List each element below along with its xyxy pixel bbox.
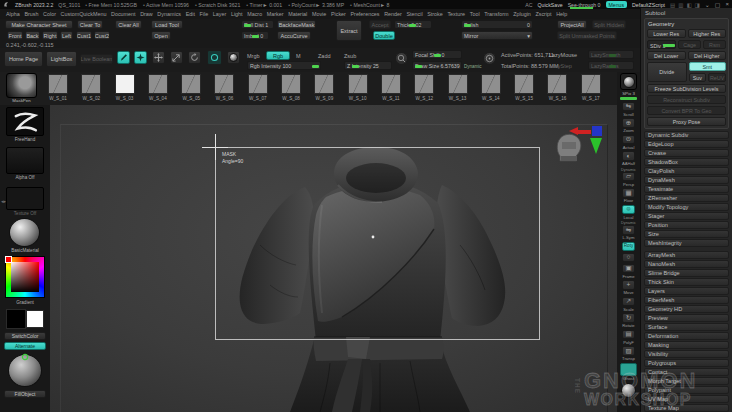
mesh-thumbnail[interactable]: W_S_12 bbox=[414, 74, 434, 101]
mesh-thumbnail[interactable]: W_S_11 bbox=[381, 74, 401, 101]
lower-res-button[interactable]: Lower Res bbox=[647, 29, 686, 38]
menu-item[interactable]: Render bbox=[384, 11, 402, 17]
mesh-thumbnail[interactable]: W_S_13 bbox=[448, 74, 468, 101]
alpha-selector[interactable] bbox=[6, 147, 44, 174]
shelf-tile-icon[interactable]: ⊕ bbox=[622, 118, 635, 128]
main-color-swatch[interactable] bbox=[6, 309, 26, 329]
menu-item[interactable]: Material bbox=[288, 11, 307, 17]
camera-head-icon[interactable] bbox=[555, 132, 583, 163]
lazyradius-slider[interactable]: LazyRadius bbox=[588, 61, 634, 70]
panel-section-button[interactable]: ZRemesher bbox=[644, 194, 729, 202]
menu-item[interactable]: Macro bbox=[247, 11, 262, 17]
shelf-tile-icon[interactable]: ⇆ bbox=[622, 102, 635, 112]
shelf-tile-icon[interactable]: + bbox=[622, 280, 635, 290]
mesh-thumbnail[interactable]: W_S_16 bbox=[547, 74, 567, 101]
gizmo-z-axis-icon[interactable] bbox=[592, 126, 602, 136]
panel-section-button[interactable]: Tessimate bbox=[644, 185, 729, 193]
panel-section-button[interactable]: Dynamic Subdiv bbox=[644, 131, 729, 139]
mesh-thumbnail[interactable]: W_S_07 bbox=[248, 74, 268, 101]
panel-section-button[interactable]: Visibility bbox=[644, 350, 729, 358]
spix-slider[interactable] bbox=[620, 97, 637, 100]
extract-button[interactable]: Extract bbox=[336, 20, 362, 41]
menu-item[interactable]: Texture bbox=[447, 11, 465, 17]
menu-item[interactable]: Dynamics bbox=[157, 11, 181, 17]
cust1-button[interactable]: Cust1 bbox=[76, 31, 92, 40]
shelf-button[interactable]: ↻ Rotate bbox=[622, 313, 635, 328]
mesh-thumbnail[interactable]: W_S_06 bbox=[214, 74, 234, 101]
default-zscript-button[interactable]: DefaultZScript bbox=[632, 2, 665, 8]
menu-item[interactable]: Zplugin bbox=[513, 11, 531, 17]
accucurve-button[interactable]: AccuCurve bbox=[277, 31, 311, 40]
shelf-bottom-sphere-icon[interactable] bbox=[621, 383, 636, 398]
shelf-button[interactable]: ⇆ Scroll bbox=[622, 102, 635, 117]
bpr-render-button[interactable] bbox=[620, 73, 637, 90]
panel-section-button[interactable]: Size bbox=[644, 230, 729, 238]
panel-section-button[interactable]: Geometry HD bbox=[644, 305, 729, 313]
accept-button[interactable]: Accept bbox=[369, 20, 391, 29]
alternate-button[interactable]: Alternate bbox=[4, 342, 46, 350]
panel-section-button[interactable]: ShadowBox bbox=[644, 158, 729, 166]
lightbox-button[interactable]: LightBox bbox=[46, 51, 77, 67]
shelf-button[interactable]: ▦ Floor bbox=[622, 188, 635, 203]
draw-size-slider[interactable]: Draw Size 6.57639 bbox=[412, 61, 462, 70]
make-character-sheet-button[interactable]: Make Character Sheet bbox=[5, 20, 73, 29]
move-mode-button[interactable] bbox=[152, 51, 165, 64]
shelf-button[interactable]: Roty bbox=[622, 242, 635, 252]
menu-item[interactable]: Document bbox=[111, 11, 136, 17]
double-button[interactable]: Double bbox=[373, 31, 395, 40]
higher-res-button[interactable]: Higher Res bbox=[688, 29, 727, 38]
front-button[interactable]: Front bbox=[7, 31, 23, 40]
shelf-tile-icon[interactable]: ↗ bbox=[622, 297, 635, 307]
projectall-button[interactable]: ProjectAll bbox=[557, 20, 587, 29]
menu-item[interactable]: Zscript bbox=[535, 11, 551, 17]
rotate-mode-button[interactable] bbox=[188, 51, 201, 64]
mesh-thumbnail[interactable]: W_S_10 bbox=[348, 74, 368, 101]
menu-item[interactable]: Movie bbox=[312, 11, 326, 17]
mesh-thumbnail[interactable]: W_S_17 bbox=[581, 74, 601, 101]
shelf-button[interactable]: Dynamic ⇋ L.Sym bbox=[621, 221, 636, 240]
mrgb-toggle[interactable]: Mrgb bbox=[247, 53, 260, 59]
current-brush-thumbnail[interactable] bbox=[6, 73, 37, 98]
rsm-button[interactable]: Rsm bbox=[703, 40, 726, 49]
menu-item[interactable]: Stroke bbox=[427, 11, 443, 17]
restore-button[interactable]: ▢ bbox=[715, 1, 721, 8]
spix-slider-label[interactable]: SPix 3 bbox=[622, 91, 635, 96]
current-stroke-button[interactable] bbox=[207, 50, 222, 65]
titlebar-tool-icons[interactable]: ▤▥◧◨ bbox=[670, 2, 700, 8]
shelf-tile-icon[interactable]: ⇋ bbox=[622, 225, 635, 235]
mesh-thumbnail[interactable]: W_S_04 bbox=[148, 74, 168, 101]
panel-section-button[interactable]: UV Map bbox=[644, 395, 729, 403]
convert-bpr-button[interactable]: Convert BPR To Geo bbox=[647, 106, 726, 115]
clear-to-button[interactable]: Clear To bbox=[77, 20, 103, 29]
lazystep-slider[interactable]: LazyStep bbox=[549, 63, 572, 69]
clear-all-button[interactable]: Clear All bbox=[115, 20, 142, 29]
menu-item[interactable]: Transform bbox=[484, 11, 508, 17]
layout-icon[interactable]: ◧ bbox=[686, 2, 691, 8]
menu-item[interactable]: Color bbox=[43, 11, 56, 17]
panel-section-button[interactable]: Stager bbox=[644, 212, 729, 220]
panel-section-button[interactable]: Masking bbox=[644, 341, 729, 349]
menu-item[interactable]: Brush bbox=[24, 11, 38, 17]
split-unmasked-points-button[interactable]: Split Unmasked Points bbox=[557, 31, 617, 40]
panel-section-button[interactable]: NanoMesh bbox=[644, 260, 729, 268]
del-higher-button[interactable]: Del Higher bbox=[688, 51, 727, 60]
shelf-button[interactable]: Dynamic ▱ Persp bbox=[621, 168, 636, 187]
focal-shift-slider[interactable]: Focal Shift 0 bbox=[412, 50, 462, 59]
shelf-button[interactable]: ↗ Scale bbox=[622, 297, 635, 312]
m-toggle[interactable]: M bbox=[296, 53, 301, 59]
mesh-thumbnail[interactable]: W_S_14 bbox=[481, 74, 501, 101]
draw-mode-button[interactable] bbox=[134, 51, 147, 64]
scale-mode-button[interactable] bbox=[170, 51, 183, 64]
panel-section-button[interactable]: Deformation bbox=[644, 332, 729, 340]
shelf-button[interactable]: ⊙ Actual bbox=[622, 135, 635, 150]
menu-item[interactable]: CustomQuickMenu bbox=[61, 11, 107, 17]
open-button[interactable]: Open bbox=[151, 31, 171, 40]
thick-slider[interactable]: Thick 0.02 bbox=[394, 20, 432, 29]
panel-section-button[interactable]: Slime Bridge bbox=[644, 269, 729, 277]
roll-dist-slider[interactable]: Roll Dist 1 bbox=[241, 20, 274, 29]
imbed-slider[interactable]: Imbed 0 bbox=[241, 31, 269, 40]
shelf-button[interactable]: + Move bbox=[622, 280, 635, 295]
material-selector[interactable] bbox=[9, 218, 40, 247]
divide-button[interactable]: Divide bbox=[647, 62, 687, 82]
layout-icon[interactable]: ◨ bbox=[695, 2, 700, 8]
